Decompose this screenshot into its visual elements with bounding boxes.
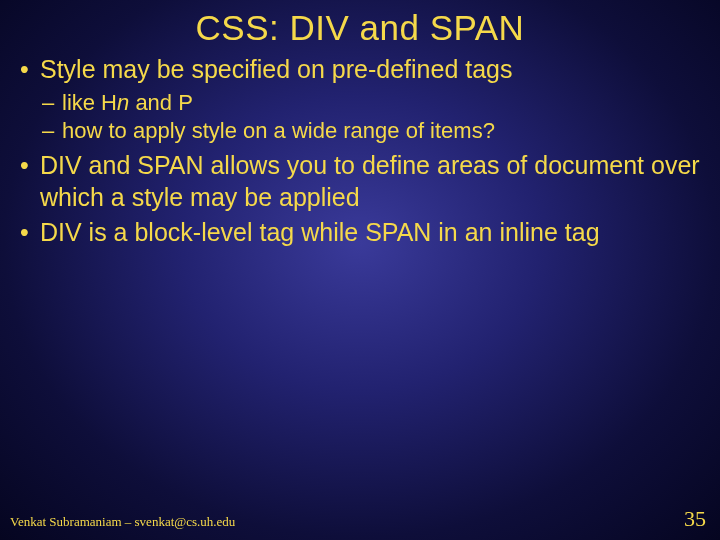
- bullet-1-sub-1-italic: n: [117, 90, 129, 115]
- bullet-1: Style may be specified on pre-defined ta…: [18, 54, 702, 144]
- footer-page-number: 35: [684, 506, 706, 532]
- bullet-list: Style may be specified on pre-defined ta…: [18, 54, 702, 248]
- bullet-1-sub-1-prefix: like H: [62, 90, 117, 115]
- bullet-1-sub-1: like Hn and P: [40, 89, 702, 117]
- bullet-1-text: Style may be specified on pre-defined ta…: [40, 55, 513, 83]
- slide-title: CSS: DIV and SPAN: [0, 0, 720, 48]
- bullet-1-sub-2: how to apply style on a wide range of it…: [40, 117, 702, 145]
- bullet-1-sub-1-suffix: and P: [129, 90, 193, 115]
- bullet-1-sublist: like Hn and P how to apply style on a wi…: [40, 89, 702, 144]
- slide: CSS: DIV and SPAN Style may be specified…: [0, 0, 720, 540]
- bullet-3: DIV is a block-level tag while SPAN in a…: [18, 217, 702, 248]
- footer-author: Venkat Subramaniam – svenkat@cs.uh.edu: [10, 514, 235, 530]
- bullet-2: DIV and SPAN allows you to define areas …: [18, 150, 702, 213]
- slide-content: Style may be specified on pre-defined ta…: [0, 48, 720, 248]
